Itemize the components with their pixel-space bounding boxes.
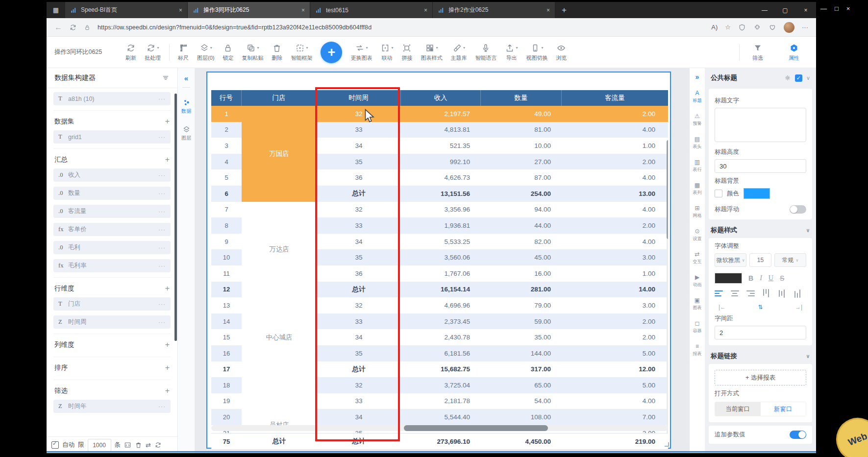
sidebar-row[interactable]: .0 数量 + ··· bbox=[53, 187, 171, 200]
minimize-button[interactable]: — bbox=[754, 2, 775, 18]
property-tab[interactable]: A 标题 bbox=[690, 90, 705, 104]
append-param-toggle[interactable] bbox=[790, 431, 806, 439]
sidebar-row[interactable]: 汇总 + ··· bbox=[53, 148, 171, 168]
toolbar-button[interactable]: ▾ 智能框架 bbox=[291, 43, 312, 62]
toolbar-button[interactable]: ▾ 主题库 bbox=[450, 43, 467, 62]
property-tab[interactable]: ▦ 表列 bbox=[690, 182, 705, 196]
sidebar-row[interactable]: T grid1 + ··· bbox=[53, 130, 171, 144]
italic-button[interactable]: I bbox=[760, 274, 762, 282]
more-icon[interactable]: ··· bbox=[158, 134, 166, 141]
property-tab[interactable]: ⊞ 网格 bbox=[690, 205, 705, 219]
tab-close-icon[interactable]: × bbox=[546, 7, 550, 14]
trash-icon[interactable] bbox=[135, 441, 142, 449]
strip-tab-data[interactable]: 数据 bbox=[178, 98, 195, 115]
open-current-window-button[interactable]: 当前窗口 bbox=[715, 402, 761, 416]
table-widget[interactable]: 行号 门店 时间周 收入 数量 客流量 bbox=[206, 72, 671, 449]
letter-spacing-input[interactable] bbox=[715, 326, 806, 339]
table-row[interactable]: 3 34 521.35 10.00 1.00 bbox=[211, 138, 668, 154]
sidebar-row[interactable]: fx 毛利率 + ··· bbox=[53, 259, 171, 272]
toolbar-button[interactable]: ▾ 图层(0) bbox=[197, 43, 214, 62]
align-right-icon[interactable] bbox=[746, 290, 755, 296]
chevron-down-icon[interactable]: ∨ bbox=[806, 227, 810, 234]
add-icon[interactable]: + bbox=[165, 155, 170, 164]
align-top-icon[interactable] bbox=[763, 289, 769, 298]
sidebar-row[interactable]: 列维度 + ··· bbox=[53, 334, 171, 354]
table-header-cell[interactable]: 收入 bbox=[401, 90, 481, 106]
property-tab[interactable]: ≡ 报表 bbox=[690, 343, 705, 357]
resize-handle[interactable] bbox=[665, 442, 669, 447]
chevron-down-icon[interactable]: ∨ bbox=[806, 75, 810, 81]
center-distribute-icon[interactable]: ⇅ bbox=[758, 304, 763, 311]
table-row[interactable]: 16 35 6,181.56 144.00 5.00 bbox=[211, 345, 668, 361]
browser-tab[interactable]: 操作2作业0625 × bbox=[433, 2, 555, 18]
table-row[interactable]: 13 32 4,696.96 79.00 3.00 bbox=[211, 297, 668, 313]
shield-icon[interactable] bbox=[738, 24, 746, 31]
indent-start-icon[interactable]: |← bbox=[719, 304, 726, 311]
table-row[interactable]: 15 34 2,430.78 35.00 2.00 bbox=[211, 329, 668, 345]
tab-close-icon[interactable]: × bbox=[179, 7, 182, 14]
title-height-input[interactable] bbox=[715, 159, 806, 173]
toolbar-button[interactable]: ▾ 锁定 bbox=[223, 43, 233, 62]
strikethrough-button[interactable]: S bbox=[780, 274, 784, 282]
outer-minimize-button[interactable]: — bbox=[820, 5, 827, 12]
property-tab[interactable]: ⊙ 设置 bbox=[690, 228, 705, 242]
toolbar-button[interactable]: ▾ 删除 bbox=[272, 43, 282, 62]
table-row[interactable]: 10 35 3,560.06 45.00 3.00 bbox=[211, 249, 668, 265]
underline-button[interactable]: U bbox=[769, 274, 773, 282]
browser-essentials-heart-icon[interactable] bbox=[769, 24, 776, 31]
font-weight-select[interactable]: 常规∨ bbox=[774, 253, 806, 267]
sidebar-scrollbar[interactable] bbox=[174, 94, 177, 341]
favorites-star-icon[interactable]: ☆ bbox=[725, 24, 731, 31]
property-tab[interactable]: ◻ 容器 bbox=[690, 320, 705, 334]
table-row[interactable]: 1 32 2,197.57 49.00 2.00 bbox=[211, 106, 668, 122]
restore-button[interactable]: ▢ bbox=[775, 2, 795, 18]
more-icon[interactable]: ··· bbox=[158, 301, 166, 308]
sidebar-row[interactable]: T 门店 + ··· bbox=[53, 297, 171, 311]
toolbar-button[interactable]: ▾ 复制粘贴 bbox=[242, 43, 263, 62]
add-icon[interactable]: + bbox=[165, 386, 170, 395]
add-component-button[interactable]: + bbox=[321, 42, 342, 63]
table-header-cell[interactable]: 门店 bbox=[242, 90, 317, 106]
add-icon[interactable]: + bbox=[165, 363, 170, 372]
more-icon[interactable]: ··· bbox=[158, 172, 166, 179]
title-enabled-checkbox[interactable]: ✓ bbox=[795, 74, 802, 82]
sidebar-row[interactable]: .0 毛利 + ··· bbox=[53, 241, 171, 254]
table-row[interactable]: 2 33 4,813.81 81.00 4.00 bbox=[211, 122, 668, 138]
select-report-button[interactable]: + 选择报表 bbox=[715, 370, 806, 385]
sidebar-row[interactable]: fx 客单价 + ··· bbox=[53, 223, 171, 236]
properties-button[interactable]: 属性 bbox=[789, 43, 799, 62]
toolbar-button[interactable]: ▾ 浏览 bbox=[556, 43, 567, 62]
toolbar-button[interactable]: ▾ 联动 bbox=[380, 43, 393, 62]
font-size-select[interactable]: 15 bbox=[749, 253, 771, 267]
property-tab[interactable]: ▣ 图表 bbox=[690, 297, 705, 311]
table-row[interactable]: 17 总计 15,682.75 317.00 12.00 bbox=[211, 361, 668, 378]
toolbar-button[interactable]: ▾ 视图切换 bbox=[526, 43, 547, 62]
property-tab[interactable]: ▶ 动画 bbox=[690, 274, 705, 288]
read-aloud-icon[interactable]: A) bbox=[711, 24, 718, 31]
align-middle-icon[interactable] bbox=[779, 289, 785, 298]
sidebar-row[interactable]: Z 时间周 + ··· bbox=[53, 315, 171, 329]
property-tab[interactable]: ⇄ 交互 bbox=[690, 251, 705, 265]
bold-button[interactable]: B bbox=[748, 274, 753, 282]
table-row[interactable]: 8 33 1,936.81 44.00 2.00 bbox=[211, 217, 668, 234]
more-icon[interactable]: ··· bbox=[158, 403, 166, 410]
open-new-window-button[interactable]: 新窗口 bbox=[761, 402, 806, 416]
url-text[interactable]: https://ow.speedbi.cn/design?fmenuid=0&f… bbox=[98, 24, 372, 31]
align-bottom-icon[interactable] bbox=[794, 289, 800, 298]
code-window-icon[interactable] bbox=[124, 441, 131, 449]
table-header-cell[interactable]: 数量 bbox=[481, 90, 562, 106]
new-tab-button[interactable]: + bbox=[555, 2, 573, 18]
sidebar-row[interactable]: 筛选 + ··· bbox=[53, 380, 171, 400]
table-row[interactable]: 14 33 2,373.45 59.00 2.00 bbox=[211, 313, 668, 330]
site-lock-icon[interactable] bbox=[84, 24, 91, 31]
sidebar-row[interactable]: Z 时间年 + ··· bbox=[53, 400, 171, 413]
indent-end-icon[interactable]: →| bbox=[795, 304, 802, 311]
toolbar-button[interactable]: ▾ 导出 bbox=[505, 43, 518, 62]
strip-tab-layers[interactable]: 图层 bbox=[178, 125, 195, 142]
table-vertical-scrollbar[interactable] bbox=[667, 140, 668, 433]
table-horizontal-scrollbar[interactable] bbox=[211, 425, 668, 431]
toolbar-button[interactable]: ▾ 拼接 bbox=[401, 43, 412, 62]
table-row[interactable]: 7 32 3,356.96 94.00 4.00 bbox=[211, 202, 668, 218]
gear-icon[interactable] bbox=[784, 74, 791, 81]
chevron-down-icon[interactable]: ∨ bbox=[806, 353, 810, 360]
